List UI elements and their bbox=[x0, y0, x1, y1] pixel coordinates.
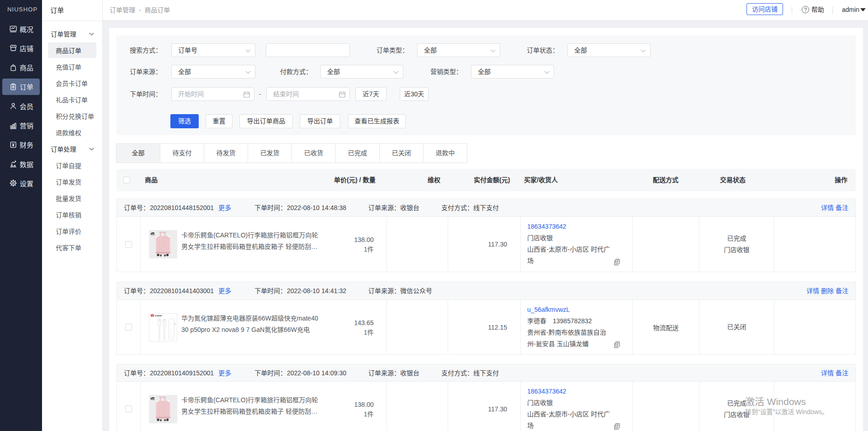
svg-text:HUAWEI: HUAWEI bbox=[155, 315, 162, 317]
